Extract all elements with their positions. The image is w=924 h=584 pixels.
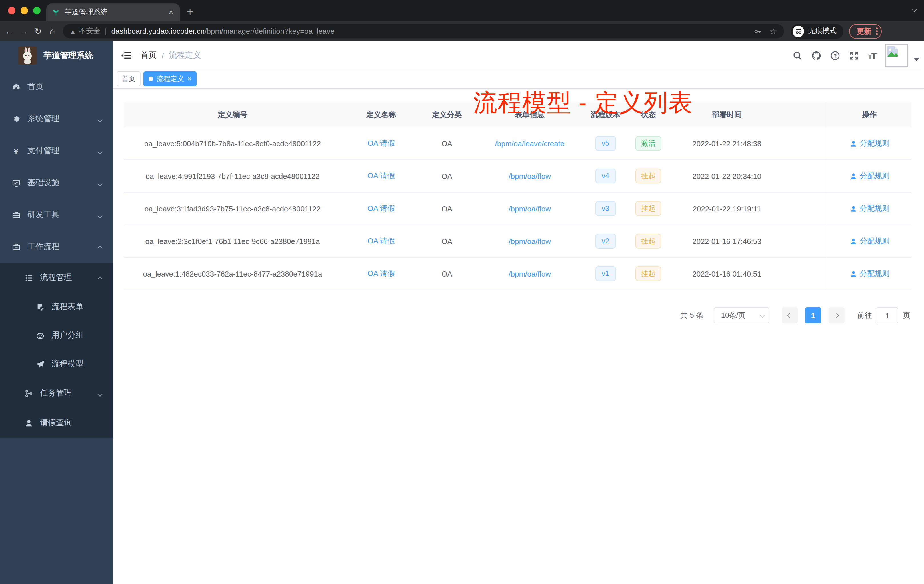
form-link[interactable]: /bpm/oa/flow bbox=[508, 204, 551, 213]
sidebar-item-process-form[interactable]: 流程表单 bbox=[0, 292, 113, 321]
avatar-caret-icon[interactable] bbox=[914, 58, 919, 61]
breadcrumb-home[interactable]: 首页 bbox=[140, 50, 157, 61]
sidebar-collapse-icon[interactable] bbox=[121, 50, 132, 61]
sidebar-item-payment[interactable]: ¥ 支付管理 bbox=[0, 135, 113, 167]
password-key-icon[interactable] bbox=[753, 27, 761, 35]
table-row: oa_leave:5:004b710b-7b8a-11ec-8ef0-acde4… bbox=[124, 127, 911, 160]
definition-id: oa_leave:4:991f2193-7b7f-11ec-a3c8-acde4… bbox=[124, 172, 341, 180]
sidebar-brand-title: 芋道管理系统 bbox=[43, 50, 93, 61]
sidebar-item-process-manage[interactable]: 流程管理 bbox=[0, 263, 113, 292]
sidebar-item-infra[interactable]: 基础设施 bbox=[0, 167, 113, 199]
sidebar-item-system[interactable]: 系统管理 bbox=[0, 103, 113, 135]
sidebar-menu: 首页 系统管理 ¥ 支付管理 bbox=[0, 71, 113, 438]
window-zoom-button[interactable] bbox=[33, 7, 41, 14]
page-unit-label: 页 bbox=[903, 310, 910, 320]
window-controls bbox=[8, 7, 41, 14]
form-link[interactable]: /bpm/oa/flow bbox=[508, 172, 551, 180]
seedling-favicon-icon bbox=[52, 8, 60, 16]
security-label[interactable]: 不安全 bbox=[79, 26, 100, 36]
browser-tab-strip: 芋道管理系统 × + bbox=[0, 0, 924, 21]
navbar-actions: ? TT bbox=[792, 41, 919, 70]
tab-title: 芋道管理系统 bbox=[64, 7, 168, 17]
bookmark-star-icon[interactable]: ☆ bbox=[769, 26, 777, 36]
goto-label: 前往 bbox=[857, 310, 872, 320]
sidebar-item-workflow[interactable]: 工作流程 bbox=[0, 231, 113, 263]
tab-close-icon[interactable]: × bbox=[168, 8, 174, 16]
sidebar-item-task-manage[interactable]: 任务管理 bbox=[0, 378, 113, 408]
browser-tab[interactable]: 芋道管理系统 × bbox=[46, 3, 180, 21]
search-icon[interactable] bbox=[792, 51, 802, 60]
sidebar: 芋道管理系统 首页 系统管理 ¥ 支付管 bbox=[0, 41, 113, 584]
definition-category: OA bbox=[421, 172, 473, 180]
definition-name-link[interactable]: OA 请假 bbox=[368, 269, 394, 279]
definition-name-link[interactable]: OA 请假 bbox=[368, 171, 394, 181]
tree-icon bbox=[24, 389, 33, 398]
assign-rule-link[interactable]: 分配规则 bbox=[850, 236, 889, 246]
assign-rule-link[interactable]: 分配规则 bbox=[850, 269, 889, 279]
chevron-down-icon bbox=[98, 118, 102, 122]
tag-process-definition[interactable]: 流程定义 × bbox=[144, 71, 196, 86]
sidebar-item-devtools[interactable]: 研发工具 bbox=[0, 199, 113, 231]
definition-id: oa_leave:2:3c1f0ef1-76b1-11ec-9c66-a2380… bbox=[124, 237, 341, 246]
definition-name-link[interactable]: OA 请假 bbox=[368, 236, 394, 246]
user-icon bbox=[24, 418, 33, 427]
tab-search-chevron-icon[interactable] bbox=[912, 7, 917, 12]
font-size-icon[interactable]: TT bbox=[868, 51, 876, 60]
prev-page-button[interactable] bbox=[782, 307, 798, 323]
total-count-label: 共 5 条 bbox=[680, 310, 703, 320]
form-link[interactable]: /bpm/oa/leave/create bbox=[495, 139, 564, 148]
browser-menu-icon[interactable] bbox=[876, 27, 878, 35]
column-header-actions: 操作 bbox=[827, 102, 911, 127]
status-badge: 激活 bbox=[635, 136, 661, 151]
assign-rule-link[interactable]: 分配规则 bbox=[850, 171, 889, 181]
goto-page-input[interactable] bbox=[876, 307, 898, 323]
list-icon bbox=[24, 273, 33, 282]
definition-name-link[interactable]: OA 请假 bbox=[368, 138, 394, 148]
chevron-down-icon bbox=[98, 214, 102, 219]
table-row: oa_leave:1:482ec033-762a-11ec-8477-a2380… bbox=[124, 258, 911, 290]
sidebar-item-home[interactable]: 首页 bbox=[0, 71, 113, 103]
new-tab-button[interactable]: + bbox=[187, 5, 193, 20]
back-icon[interactable]: ← bbox=[2, 26, 16, 36]
pagination: 共 5 条 10条/页 1 前往 页 bbox=[113, 307, 910, 323]
forward-icon[interactable]: → bbox=[16, 26, 31, 36]
chrome-update-button[interactable]: 更新 bbox=[849, 24, 882, 39]
window-minimize-button[interactable] bbox=[21, 7, 28, 14]
incognito-badge: 无痕模式 bbox=[791, 24, 843, 39]
chevron-up-icon bbox=[98, 246, 102, 251]
question-icon[interactable]: ? bbox=[830, 51, 840, 60]
definition-id: oa_leave:3:1fad3d93-7b75-11ec-a3c8-acde4… bbox=[124, 204, 341, 213]
form-link[interactable]: /bpm/oa/flow bbox=[508, 269, 551, 278]
form-icon bbox=[35, 302, 45, 312]
assign-rule-link[interactable]: 分配规则 bbox=[850, 203, 889, 214]
fullscreen-icon[interactable] bbox=[849, 51, 859, 60]
monitor-icon bbox=[12, 178, 21, 187]
page-size-select[interactable]: 10条/页 bbox=[714, 307, 769, 323]
definition-category: OA bbox=[421, 139, 473, 148]
sidebar-item-process-model[interactable]: 流程模型 bbox=[0, 350, 113, 378]
address-bar[interactable]: ▲ 不安全 | dashboard.yudao.iocoder.cn /bpm/… bbox=[63, 24, 784, 38]
current-page-button[interactable]: 1 bbox=[805, 307, 821, 323]
tag-home[interactable]: 首页 bbox=[117, 71, 140, 86]
avatar[interactable] bbox=[885, 44, 908, 67]
incognito-icon bbox=[792, 25, 804, 37]
definition-id: oa_leave:1:482ec033-762a-11ec-8477-a2380… bbox=[124, 269, 341, 278]
tag-close-icon[interactable]: × bbox=[187, 75, 191, 83]
deploy-time: 2022-01-16 01:40:51 bbox=[673, 269, 781, 278]
status-badge: 挂起 bbox=[635, 201, 661, 216]
github-icon[interactable] bbox=[812, 51, 821, 60]
table-row: oa_leave:2:3c1f0ef1-76b1-11ec-9c66-a2380… bbox=[124, 225, 911, 258]
toolbox-icon bbox=[12, 210, 21, 219]
home-icon[interactable]: ⌂ bbox=[45, 26, 59, 36]
definition-name-link[interactable]: OA 请假 bbox=[368, 203, 394, 214]
form-link[interactable]: /bpm/oa/flow bbox=[508, 237, 551, 246]
sidebar-item-leave-query[interactable]: 请假查询 bbox=[0, 408, 113, 438]
assign-rule-link[interactable]: 分配规则 bbox=[850, 138, 889, 148]
sidebar-logo[interactable]: 芋道管理系统 bbox=[0, 41, 113, 70]
next-page-button[interactable] bbox=[828, 307, 845, 323]
reload-icon[interactable]: ↻ bbox=[31, 26, 45, 36]
window-close-button[interactable] bbox=[8, 7, 15, 14]
user-icon bbox=[850, 205, 857, 212]
status-badge: 挂起 bbox=[635, 168, 661, 183]
sidebar-item-user-group[interactable]: 用户分组 bbox=[0, 321, 113, 350]
